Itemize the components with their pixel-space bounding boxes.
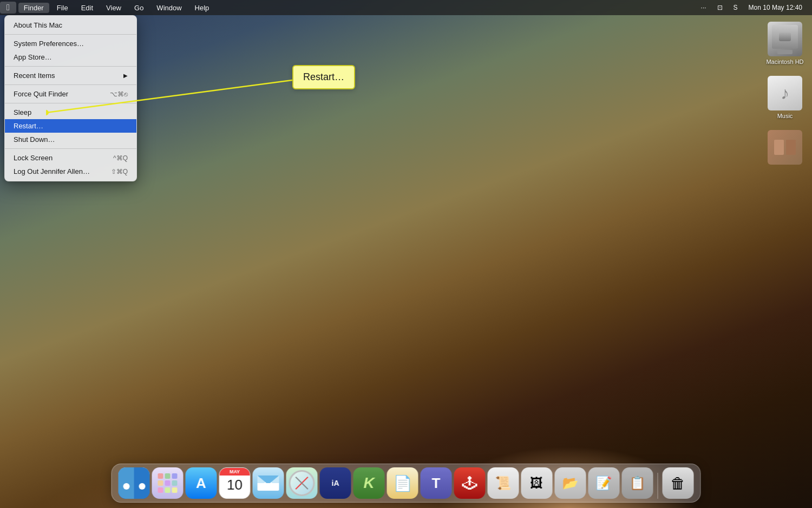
dock-item-joystick[interactable]: 🕹 [454,467,486,499]
desktop-icon-macintosh-hd[interactable]: Macintosh HD [763,22,807,65]
dock-item-app-store[interactable]: A [186,467,217,499]
dock-item-4[interactable]: 📝 [588,467,620,499]
menubar-left:  Finder File Edit View Go Window Help [0,2,214,14]
menu-force-quit[interactable]: Force Quit Finder ⌥⌘⎋ [5,87,136,101]
menu-log-out[interactable]: Log Out Jennifer Allen… ⇧⌘Q [5,165,136,178]
menu-restart[interactable]: Restart… [5,119,136,133]
menu-lock-screen[interactable]: Lock Screen ^⌘Q [5,151,136,165]
desktop-icon-music[interactable]: ♪ Music [763,76,807,119]
dock-item-calendar[interactable]: MAY 10 [219,467,251,499]
desktop:  Finder File Edit View Go Window Help ·… [0,0,812,508]
dock-item-ia-writer[interactable]: iA [320,467,351,499]
menu-separator-4 [5,103,136,103]
menu-about-this-mac[interactable]: About This Mac [5,18,136,32]
menu-app-store[interactable]: App Store… [5,50,136,64]
restart-callout: Restart… [292,65,355,89]
dock-item-5[interactable]: 📋 [622,467,653,499]
dock-item-pages[interactable]: 📄 [387,467,418,499]
dock-item-2[interactable]: 🖼 [521,467,553,499]
airplay-icon[interactable]: ⊡ [714,3,726,12]
dock: A MAY 10 iA K [112,464,701,503]
dock-item-finder[interactable] [119,467,150,499]
dock-item-safari[interactable] [286,467,318,499]
menubar-view[interactable]: View [101,3,127,13]
menu-recent-items[interactable]: Recent Items ▶ [5,69,136,82]
menu-shut-down[interactable]: Shut Down… [5,133,136,146]
control-strip[interactable]: ··· [698,3,710,12]
menubar-help[interactable]: Help [189,3,215,13]
menubar-right: ··· ⊡ S Mon 10 May 12:40 [698,3,812,12]
menu-sleep[interactable]: Sleep [5,106,136,119]
dock-item-trash[interactable]: 🗑 [663,467,694,499]
siri-icon[interactable]: S [730,3,741,12]
menubar-file[interactable]: File [51,3,74,13]
menu-separator-1 [5,34,136,35]
dock-item-teams[interactable]: T [421,467,452,499]
menu-separator-2 [5,66,136,67]
dock-item-mail[interactable] [253,467,284,499]
desktop-icons: Macintosh HD ♪ Music [763,22,807,167]
menubar-window[interactable]: Window [151,3,187,13]
apple-menu-trigger[interactable]:  [0,2,16,14]
dock-item-launchpad[interactable] [152,467,184,499]
menubar-finder[interactable]: Finder [18,3,49,13]
apple-dropdown-menu: About This Mac System Preferences… App S… [4,15,137,181]
menubar-go[interactable]: Go [129,3,149,13]
log-out-shortcut: ⇧⌘Q [111,168,128,175]
datetime: Mon 10 May 12:40 [745,3,806,12]
force-quit-shortcut: ⌥⌘⎋ [110,90,128,98]
macintosh-hd-label: Macintosh HD [766,58,803,65]
lock-screen-shortcut: ^⌘Q [113,154,128,162]
music-label: Music [777,113,793,119]
dock-item-script-editor-1[interactable]: 📜 [488,467,519,499]
restart-callout-label: Restart… [303,71,344,82]
menubar:  Finder File Edit View Go Window Help ·… [0,0,812,15]
desktop-icon-small[interactable] [763,130,807,167]
menu-separator-3 [5,84,136,85]
dock-item-3[interactable]: 📂 [555,467,586,499]
menu-system-preferences[interactable]: System Preferences… [5,37,136,50]
menubar-edit[interactable]: Edit [76,3,99,13]
dock-separator [658,473,658,499]
menu-separator-5 [5,148,136,149]
recent-items-arrow: ▶ [123,73,128,79]
dock-item-keeweex[interactable]: K [353,467,385,499]
